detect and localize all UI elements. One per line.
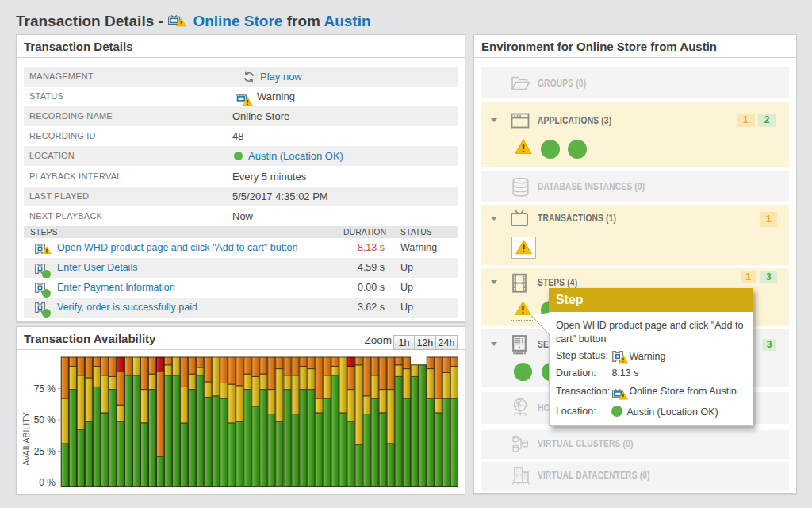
svg-text:50 %: 50 % xyxy=(34,414,56,425)
svg-text:75 %: 75 % xyxy=(34,383,56,394)
svg-text:0 %: 0 % xyxy=(39,477,56,488)
svg-text:AVAILABILITY: AVAILABILITY xyxy=(21,412,31,465)
svg-text:25 %: 25 % xyxy=(34,446,56,457)
